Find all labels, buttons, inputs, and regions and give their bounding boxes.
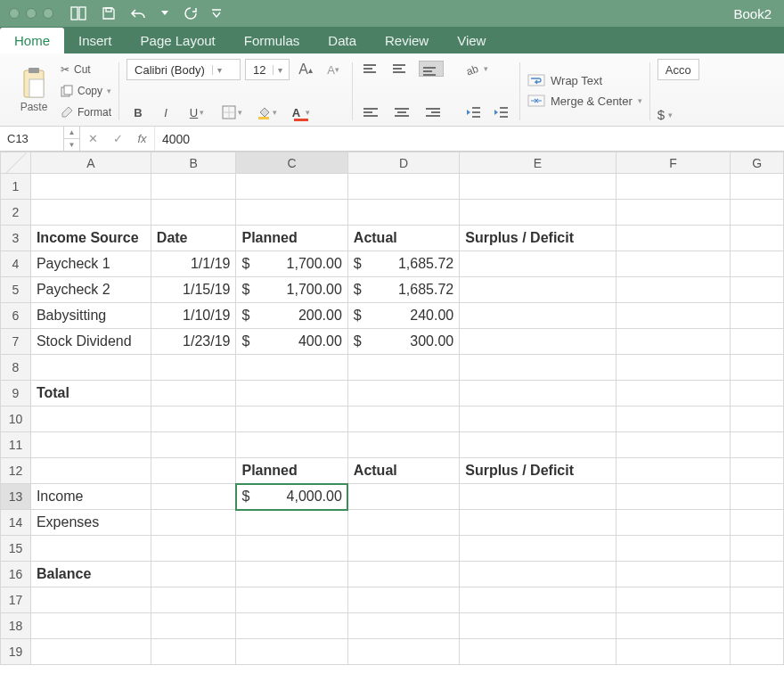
- cell[interactable]: [460, 613, 616, 639]
- cell[interactable]: [30, 613, 151, 639]
- copy-button[interactable]: Copy ▾: [61, 82, 111, 100]
- cell[interactable]: Income Source: [30, 226, 151, 251]
- cell[interactable]: [236, 587, 347, 613]
- cell[interactable]: [151, 536, 236, 562]
- cell[interactable]: Actual: [347, 458, 459, 484]
- cell[interactable]: [616, 407, 731, 432]
- row-header[interactable]: 4: [1, 251, 31, 277]
- cell[interactable]: [731, 536, 784, 562]
- cell[interactable]: [236, 639, 347, 665]
- cell[interactable]: [731, 587, 784, 613]
- cell[interactable]: 1/15/19: [151, 277, 236, 303]
- accounting-format-button[interactable]: $: [657, 107, 665, 122]
- active-cell[interactable]: $4,000.00: [236, 484, 347, 510]
- cell[interactable]: Expenses: [30, 510, 151, 536]
- cell[interactable]: [347, 484, 459, 510]
- row-header[interactable]: 2: [1, 200, 31, 226]
- cell[interactable]: [151, 381, 236, 407]
- minimize-window-icon[interactable]: [26, 8, 37, 19]
- cell[interactable]: [347, 587, 459, 613]
- cell[interactable]: [616, 329, 731, 355]
- save-icon[interactable]: [100, 4, 118, 22]
- worksheet-grid[interactable]: A B C D E F G 1 2 3 Income Source Date P…: [0, 152, 784, 665]
- cell[interactable]: [347, 536, 459, 562]
- row-header[interactable]: 19: [1, 639, 31, 665]
- cell[interactable]: [731, 381, 784, 407]
- cell[interactable]: [460, 484, 616, 510]
- col-header-D[interactable]: D: [347, 152, 459, 174]
- cell[interactable]: [731, 432, 784, 458]
- row-header[interactable]: 3: [1, 226, 31, 251]
- cell[interactable]: [616, 458, 731, 484]
- cell[interactable]: [731, 458, 784, 484]
- cell[interactable]: Paycheck 2: [30, 277, 151, 303]
- row-header[interactable]: 17: [1, 587, 31, 613]
- cell[interactable]: Babysitting: [30, 303, 151, 329]
- cell[interactable]: [30, 587, 151, 613]
- cell[interactable]: [731, 329, 784, 355]
- cell[interactable]: [616, 251, 731, 277]
- close-window-icon[interactable]: [9, 8, 20, 19]
- col-header-C[interactable]: C: [236, 152, 347, 174]
- cell[interactable]: Total: [30, 381, 151, 407]
- cell[interactable]: [236, 432, 347, 458]
- cell[interactable]: $1,685.72: [347, 251, 459, 277]
- cell[interactable]: [731, 484, 784, 510]
- formula-input[interactable]: 4000: [155, 127, 784, 151]
- cell[interactable]: [460, 510, 616, 536]
- border-button[interactable]: ▾: [216, 103, 247, 122]
- font-name-select[interactable]: Calibri (Body) ▾: [127, 59, 241, 80]
- cell[interactable]: [731, 613, 784, 639]
- cell[interactable]: [347, 355, 459, 381]
- cell[interactable]: [460, 639, 616, 665]
- cell[interactable]: [616, 432, 731, 458]
- col-header-G[interactable]: G: [731, 152, 784, 174]
- cell[interactable]: [731, 639, 784, 665]
- cell[interactable]: [151, 484, 236, 510]
- select-all-corner[interactable]: [1, 152, 31, 174]
- cell[interactable]: [460, 200, 616, 226]
- cell[interactable]: [30, 355, 151, 381]
- cell[interactable]: Stock Dividend: [30, 329, 151, 355]
- cut-button[interactable]: ✂ Cut: [61, 61, 111, 78]
- row-header[interactable]: 10: [1, 407, 31, 432]
- cell[interactable]: [731, 510, 784, 536]
- cell[interactable]: [30, 174, 151, 200]
- cell[interactable]: [151, 510, 236, 536]
- fx-icon[interactable]: fx: [130, 127, 155, 151]
- cell[interactable]: $300.00: [347, 329, 459, 355]
- cell[interactable]: [460, 329, 616, 355]
- cell[interactable]: [151, 587, 236, 613]
- cell[interactable]: Surplus / Deficit: [460, 226, 616, 251]
- qat-customize-icon[interactable]: [212, 4, 221, 22]
- tab-page-layout[interactable]: Page Layout: [127, 28, 230, 53]
- tab-home[interactable]: Home: [0, 28, 64, 53]
- tab-data[interactable]: Data: [314, 28, 371, 53]
- cell[interactable]: Actual: [347, 226, 459, 251]
- cell[interactable]: Planned: [236, 226, 347, 251]
- cell[interactable]: [460, 587, 616, 613]
- cell[interactable]: [616, 381, 731, 407]
- cell[interactable]: [236, 407, 347, 432]
- cell[interactable]: Surplus / Deficit: [460, 458, 616, 484]
- redo-icon[interactable]: [182, 4, 200, 22]
- increase-indent-icon[interactable]: [489, 103, 512, 122]
- row-header[interactable]: 15: [1, 536, 31, 562]
- align-middle-icon[interactable]: [389, 61, 414, 77]
- cell[interactable]: Planned: [236, 458, 347, 484]
- row-header[interactable]: 14: [1, 510, 31, 536]
- cell[interactable]: [616, 639, 731, 665]
- bold-button[interactable]: B: [127, 103, 150, 122]
- underline-button[interactable]: U▾: [182, 103, 212, 122]
- row-header[interactable]: 1: [1, 174, 31, 200]
- row-header[interactable]: 8: [1, 355, 31, 381]
- font-color-button[interactable]: A ▾: [286, 103, 316, 122]
- align-center-icon[interactable]: [389, 104, 414, 120]
- row-header[interactable]: 5: [1, 277, 31, 303]
- format-painter-button[interactable]: Format: [61, 103, 111, 121]
- cell[interactable]: [616, 613, 731, 639]
- cell[interactable]: [731, 200, 784, 226]
- cell[interactable]: [30, 432, 151, 458]
- cell[interactable]: Date: [151, 226, 236, 251]
- cell[interactable]: $200.00: [236, 303, 347, 329]
